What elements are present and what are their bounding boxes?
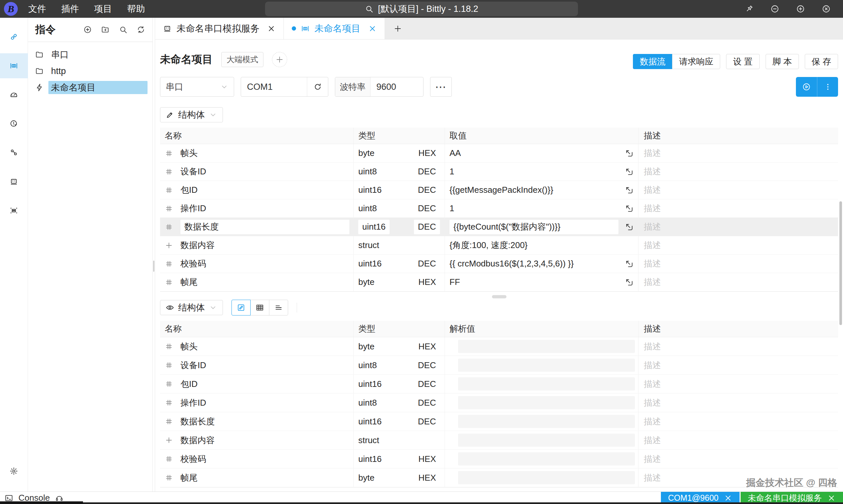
- field-desc-placeholder[interactable]: 描述: [644, 276, 661, 288]
- menu-project[interactable]: 项目: [94, 3, 112, 15]
- field-desc-placeholder[interactable]: 描述: [644, 472, 661, 484]
- field-desc-placeholder[interactable]: 描述: [644, 239, 661, 251]
- field-desc-placeholder[interactable]: 描述: [644, 184, 661, 196]
- drag-handle-icon[interactable]: [165, 455, 173, 463]
- tab-serial-mock-service[interactable]: 未命名串口模拟服务: [155, 18, 284, 39]
- settings-button[interactable]: 设 置: [726, 54, 759, 69]
- field-name[interactable]: 数据长度: [180, 416, 215, 427]
- new-folder-icon[interactable]: [101, 25, 110, 34]
- drag-handle-icon[interactable]: [165, 167, 173, 176]
- field-format[interactable]: DEC: [418, 379, 445, 389]
- drag-handle-icon[interactable]: [165, 398, 173, 407]
- drag-handle-icon[interactable]: [165, 149, 173, 158]
- field-value-input[interactable]: {{byteCount($("数据内容"))}}: [449, 220, 618, 234]
- serial-port-select[interactable]: COM1: [241, 77, 307, 96]
- field-name[interactable]: 设备ID: [180, 360, 206, 371]
- nav-settings[interactable]: [0, 458, 28, 484]
- close-connection-icon[interactable]: [827, 494, 836, 502]
- field-desc-placeholder[interactable]: 描述: [644, 258, 661, 269]
- send-button[interactable]: [796, 77, 817, 97]
- field-type[interactable]: uint8: [354, 360, 377, 371]
- field-format[interactable]: HEX: [418, 277, 445, 287]
- add-subfield-icon[interactable]: [165, 241, 173, 250]
- field-type[interactable]: uint16: [354, 258, 382, 269]
- menu-plugins[interactable]: 插件: [61, 3, 79, 15]
- add-attribute-button[interactable]: [272, 52, 287, 67]
- field-value[interactable]: {{ crcModbus16($(1,2,3,4,5,6)) }}: [449, 258, 622, 269]
- endian-mode-tag[interactable]: 大端模式: [221, 52, 263, 67]
- field-value[interactable]: FF: [449, 277, 622, 287]
- field-type[interactable]: byte: [354, 148, 374, 158]
- table-splitter-handle[interactable]: [492, 295, 506, 299]
- drag-handle-icon[interactable]: [165, 259, 173, 268]
- field-desc-placeholder[interactable]: 描述: [644, 166, 661, 177]
- field-desc-placeholder[interactable]: 描述: [644, 360, 661, 371]
- response-format-select[interactable]: 结构体: [160, 300, 223, 315]
- request-response-mode-button[interactable]: 请求响应: [672, 54, 720, 69]
- field-name[interactable]: 帧尾: [180, 472, 197, 484]
- field-format[interactable]: DEC: [418, 185, 445, 195]
- field-name[interactable]: 包ID: [180, 378, 197, 390]
- vertical-scrollbar-thumb[interactable]: [839, 201, 842, 325]
- field-format[interactable]: HEX: [418, 473, 445, 483]
- value-editor-icon[interactable]: [625, 149, 634, 158]
- field-type[interactable]: struct: [354, 240, 379, 250]
- minimize-icon[interactable]: [771, 5, 779, 13]
- tree-item-unnamed-project[interactable]: 未命名项目: [28, 80, 153, 95]
- field-desc-placeholder[interactable]: 描述: [644, 397, 661, 409]
- run-menu-button[interactable]: [817, 77, 838, 97]
- field-name[interactable]: 操作ID: [180, 203, 206, 214]
- field-format[interactable]: DEC: [418, 258, 445, 269]
- script-button[interactable]: 脚 本: [765, 54, 799, 69]
- tree-item-serial-folder[interactable]: 串口: [28, 47, 153, 62]
- panel-resize-divider[interactable]: [153, 18, 155, 491]
- nav-mock[interactable]: [0, 169, 28, 194]
- field-type[interactable]: uint8: [354, 203, 377, 214]
- menu-help[interactable]: 帮助: [127, 3, 145, 15]
- field-value[interactable]: {{getMessagePackIndex()}}: [449, 185, 622, 195]
- field-desc-placeholder[interactable]: 描述: [644, 203, 661, 214]
- field-name-input[interactable]: 数据长度: [180, 220, 349, 234]
- field-format[interactable]: DEC: [418, 398, 445, 408]
- field-name[interactable]: 数据内容: [180, 239, 215, 251]
- field-type[interactable]: byte: [354, 473, 374, 483]
- field-value[interactable]: 1: [449, 166, 622, 177]
- refresh-directives-icon[interactable]: [137, 25, 145, 34]
- drag-handle-icon[interactable]: [165, 204, 173, 213]
- drag-handle-icon[interactable]: [165, 186, 173, 194]
- directive-title[interactable]: 未命名项目: [160, 52, 213, 67]
- field-name[interactable]: 帧尾: [180, 276, 197, 288]
- field-desc-placeholder[interactable]: 描述: [644, 341, 661, 352]
- close-window-icon[interactable]: [822, 5, 830, 13]
- baudrate-select[interactable]: 9600: [371, 77, 423, 96]
- nav-environment[interactable]: [0, 198, 28, 223]
- field-format[interactable]: HEX: [418, 148, 445, 158]
- drag-handle-icon[interactable]: [165, 223, 173, 231]
- list-view-button[interactable]: [269, 300, 288, 316]
- headphones-icon[interactable]: [55, 494, 64, 502]
- field-type[interactable]: byte: [354, 277, 374, 287]
- field-value[interactable]: 1: [449, 203, 622, 214]
- nav-panel[interactable]: [0, 82, 28, 107]
- value-editor-icon[interactable]: [625, 259, 634, 268]
- nav-test[interactable]: [0, 111, 28, 136]
- drag-handle-icon[interactable]: [165, 342, 173, 351]
- save-button[interactable]: 保 存: [805, 54, 838, 69]
- drag-handle-icon[interactable]: [165, 361, 173, 370]
- drag-handle-icon[interactable]: [165, 380, 173, 388]
- field-name[interactable]: 数据内容: [180, 435, 215, 446]
- dataflow-mode-button[interactable]: 数据流: [633, 54, 672, 69]
- drag-handle-icon[interactable]: [165, 473, 173, 482]
- value-editor-icon[interactable]: [625, 278, 634, 287]
- menu-file[interactable]: 文件: [28, 3, 46, 15]
- drag-handle-icon[interactable]: [165, 278, 173, 287]
- tree-item-http-folder[interactable]: http: [28, 64, 153, 78]
- more-options-button[interactable]: ⋯: [430, 77, 452, 97]
- field-desc-placeholder[interactable]: 描述: [644, 378, 661, 390]
- close-connection-icon[interactable]: [724, 494, 732, 502]
- window-title-search[interactable]: [默认项目] - Bittly - 1.18.2: [265, 2, 578, 16]
- field-name[interactable]: 帧头: [180, 341, 197, 352]
- maximize-icon[interactable]: [796, 5, 805, 13]
- value-editor-icon[interactable]: [625, 167, 634, 176]
- close-tab-icon[interactable]: [368, 24, 377, 33]
